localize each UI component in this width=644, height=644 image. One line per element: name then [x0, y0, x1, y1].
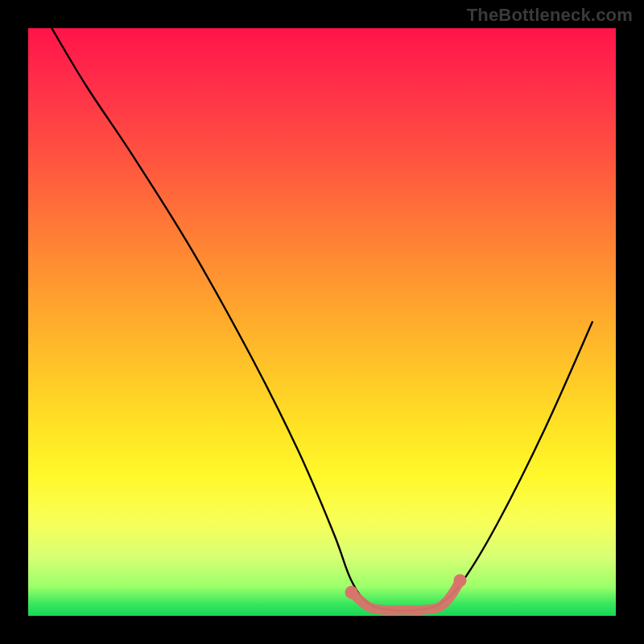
bottleneck-curve: [52, 28, 592, 611]
svg-point-1: [454, 574, 467, 587]
chart-frame: TheBottleneck.com: [0, 0, 644, 644]
gradient-plot-area: [28, 28, 616, 616]
chart-svg: [28, 28, 616, 616]
svg-point-0: [345, 586, 358, 599]
watermark-label: TheBottleneck.com: [467, 5, 633, 26]
curve-bottom-marker: [345, 574, 467, 610]
